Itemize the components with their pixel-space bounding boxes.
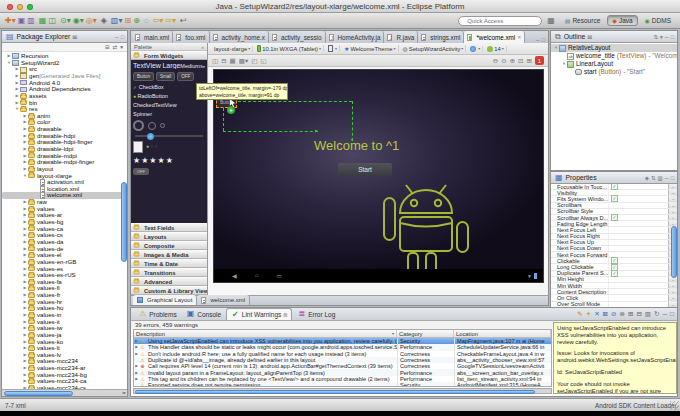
property-edit-button[interactable]: ‒ [668,203,677,208]
open-perspective-icon[interactable]: ▦ [546,15,556,27]
sort-icon[interactable]: ⇅ [653,34,658,40]
tree-item[interactable]: ▶ values-bg [2,219,127,226]
column-category[interactable]: Category [397,330,454,337]
property-value[interactable] [608,215,668,220]
main.xml[interactable]: main.xml ✕ [132,31,173,43]
Problems[interactable]: ⚠ Problems ⊠ [134,308,181,320]
strings.xml[interactable]: strings.xml ✕ [418,31,464,43]
tree-item[interactable]: ▼ res [2,106,127,113]
minimize-icon[interactable]: ─ [665,34,669,40]
tree-item[interactable]: ▶ values-da [2,239,127,246]
package-explorer-header[interactable]: ▤ Package Explorer ⊠ ─□ [2,31,127,43]
palette-category[interactable]: Advanced [131,277,207,286]
palette-checkbox-item[interactable]: ✓ CheckBox [133,84,205,90]
search-icon[interactable]: ◌ [143,15,150,27]
fix-icon[interactable]: ✎ [577,310,582,318]
[interactable]: ▾ [468,46,483,52]
palette-category[interactable]: Images & Media [131,250,207,259]
new-class-icon[interactable]: ⊕ [132,15,141,27]
show-advanced-properties-icon[interactable]: ◈ [645,175,649,181]
suppress-icon[interactable]: ⊘ [611,310,616,318]
property-edit-button[interactable]: ‒ [668,215,677,220]
palette-category[interactable]: Text Fields [131,223,207,232]
property-value[interactable] [608,234,668,239]
property-value[interactable] [608,246,668,251]
tree-item[interactable]: ▼ SetupWizard2 [2,60,127,67]
property-value[interactable] [608,277,668,282]
palette-progressbar-items[interactable] [133,120,205,131]
tree-item[interactable]: ▶ values-ar [2,212,127,219]
lint-hscrollbar[interactable] [133,388,552,394]
property-value[interactable] [608,295,668,300]
DDMS[interactable]: ◉ DDMS [640,15,676,26]
tree-item[interactable]: ▶ values-ko [2,339,127,346]
palette-category[interactable]: Layouts [131,232,207,241]
property-edit-button[interactable]: ‒ [668,190,677,195]
zoom-100-icon[interactable]: ⊙ [501,57,506,65]
palette-seekbar-item[interactable] [135,135,203,137]
zoom-out-icon[interactable]: ⊖ [493,57,498,65]
snap-to-grid-icon[interactable]: ▩▾ [239,57,248,65]
tree-item[interactable]: ▶ values [2,206,127,213]
collapse-all-icon[interactable]: ⊟ [105,44,110,50]
new-wizard-icon[interactable]: ✚▾ [4,15,17,27]
lint-error-badge[interactable]: 1 [535,56,544,65]
palette-button-items[interactable]: ButtonSmallOFF [133,72,205,81]
property-edit-button[interactable]: ‒ [668,289,677,294]
hscroll-thumb[interactable] [4,391,73,396]
zoom-window-button[interactable] [27,4,33,10]
last-edit-location-icon[interactable]: ↩ [179,15,188,27]
collapse-all-icon[interactable]: ⊟ [636,310,641,318]
foo.xml[interactable]: foo.xml ✕ [173,31,209,43]
close-view-icon[interactable]: ⊠ [72,33,77,40]
close-tab-icon[interactable]: ⊠ [283,312,287,318]
*welcome.xml[interactable]: *welcome.xml ✕ [464,31,525,43]
minimize-window-button[interactable] [17,4,23,10]
properties-vscrollbar[interactable] [671,226,677,278]
palette-category[interactable]: Time & Date [131,259,207,268]
link-with-editor-icon[interactable]: ⇄ [113,44,118,50]
tree-item[interactable]: ▶ values-es-rUS [2,272,127,279]
tree-item[interactable]: ▶ values-it [2,319,127,326]
show-outline-icon[interactable]: ◱ [260,57,266,65]
Graphical Layout[interactable]: Graphical Layout [133,295,197,305]
tree-item[interactable]: ▶ values-cs [2,232,127,239]
palette-radiobutton-item[interactable]: ● RadioButton [133,93,205,99]
save-all-icon[interactable]: ▥ [26,15,36,27]
palette-ratingbar-item[interactable]: ★★★★★ [133,156,205,165]
activity_sessio[interactable]: activity_sessio ✕ [269,31,326,43]
maximize-icon[interactable]: □ [671,34,674,40]
tree-item[interactable]: ▶ values-hu [2,305,127,312]
device-screen-preview[interactable]: Welcome to ^1 Start [213,69,544,283]
property-value[interactable] [608,221,668,226]
HomeActivity.ja[interactable]: HomeActivity.ja ✕ [326,31,385,43]
14[interactable]: 14 ▾ [485,46,506,52]
show-categories-icon[interactable]: ▥ [658,175,663,181]
resize-grip[interactable] [670,401,679,410]
column-description[interactable]: Description▾ [134,330,397,337]
tree-item[interactable]: ▶ values-fa [2,279,127,286]
tree-item[interactable]: ▶ anim [2,113,127,120]
tree-item[interactable]: ▶ values-ja [2,332,127,339]
10.1in WXGA (Tablet)[interactable]: 10.1in WXGA (Tablet) ▾ [255,45,324,52]
maximize-icon[interactable]: □ [671,175,674,181]
palette-header[interactable]: Palette « [131,43,207,51]
close-tab-icon[interactable]: ✕ [517,34,521,40]
lightbulb-icon[interactable]: ✦ [586,310,591,318]
property-edit-button[interactable]: ‒ [668,295,677,300]
palette-textview-item[interactable]: TextView LargeMediumSmall [133,62,205,69]
start-button-widget[interactable]: Start [338,163,392,176]
maximize-icon[interactable]: □ [121,34,124,40]
palette-togglebutton-item[interactable]: OFF [133,168,205,175]
expand-vertical-icon[interactable]: ⊟ [221,57,226,65]
WelcomeTheme[interactable]: ★ WelcomeTheme ▾ [342,45,399,52]
back-history-icon[interactable]: ⇦▾ [152,15,165,27]
tree-item[interactable]: ▶ gen [Generated Java Files] [2,73,127,80]
tree-item[interactable]: ▶ values-in [2,312,127,319]
tree-item[interactable]: ▶ values-fi [2,285,127,292]
properties-header[interactable]: ▦ Properties ◈⇅▥─□ [551,172,677,184]
property-value[interactable] [608,227,668,232]
minimize-icon[interactable]: ─ [662,310,667,318]
R.java[interactable]: R.java ✕ [384,31,418,43]
save-icon[interactable]: ▣ [17,15,27,27]
